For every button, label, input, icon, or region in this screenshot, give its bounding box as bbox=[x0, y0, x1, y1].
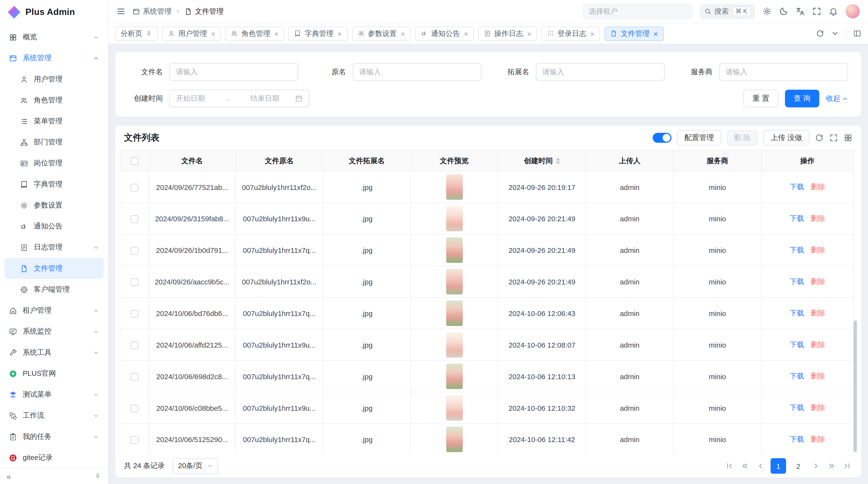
delete-link[interactable]: 删除 bbox=[811, 246, 825, 254]
sidebar-item-dept-management[interactable]: 部门管理 bbox=[4, 132, 103, 153]
delete-link[interactable]: 删除 bbox=[811, 309, 825, 317]
file-preview-image[interactable] bbox=[446, 363, 462, 389]
sidebar-item-test-menu[interactable]: 测试菜单 bbox=[4, 384, 103, 405]
breadcrumb-item-file[interactable]: 文件管理 bbox=[184, 6, 224, 16]
sidebar-item-gitee-log[interactable]: gitee记录 bbox=[4, 447, 103, 467]
sidebar-pin-icon[interactable] bbox=[94, 473, 101, 480]
extension-input[interactable]: 请输入 bbox=[536, 63, 665, 81]
download-link[interactable]: 下载 bbox=[789, 372, 804, 380]
tab-close-icon[interactable]: × bbox=[211, 30, 216, 37]
tab-login-log[interactable]: 登录日志× bbox=[541, 26, 600, 41]
settings-gear-icon[interactable] bbox=[762, 7, 772, 16]
row-checkbox[interactable] bbox=[130, 215, 138, 223]
expand-icon[interactable] bbox=[829, 133, 838, 142]
file-preview-image[interactable] bbox=[446, 427, 462, 452]
tab-close-icon[interactable]: × bbox=[464, 30, 468, 37]
sidebar-item-workflow[interactable]: 工作流 bbox=[4, 405, 103, 426]
sidebar-item-notice[interactable]: 通知公告 bbox=[4, 216, 103, 237]
vertical-scrollbar-thumb[interactable] bbox=[854, 320, 857, 452]
pin-icon[interactable] bbox=[146, 30, 152, 37]
tab-op-log[interactable]: 操作日志× bbox=[478, 26, 537, 41]
download-link[interactable]: 下载 bbox=[789, 435, 804, 443]
file-preview-image[interactable] bbox=[446, 174, 462, 200]
file-preview-image[interactable] bbox=[446, 300, 462, 326]
dark-mode-moon-icon[interactable] bbox=[779, 7, 788, 16]
column-settings-grid-icon[interactable] bbox=[844, 133, 852, 142]
delete-link[interactable]: 删除 bbox=[811, 183, 825, 191]
next-page-icon[interactable] bbox=[810, 460, 822, 472]
last-page-icon[interactable] bbox=[841, 460, 852, 472]
delete-link[interactable]: 删除 bbox=[811, 435, 825, 443]
tenant-select-input[interactable]: 选择租户 bbox=[583, 4, 692, 19]
config-management-button[interactable]: 配置管理 bbox=[677, 130, 721, 146]
row-checkbox[interactable] bbox=[130, 373, 138, 381]
row-checkbox[interactable] bbox=[130, 278, 138, 286]
delete-link[interactable]: 删除 bbox=[811, 340, 825, 349]
upload-button[interactable]: 上传 没做 bbox=[763, 130, 809, 146]
download-link[interactable]: 下载 bbox=[789, 246, 804, 254]
download-link[interactable]: 下载 bbox=[789, 214, 804, 223]
file-preview-image[interactable] bbox=[446, 332, 462, 358]
sidebar-item-param-settings[interactable]: 参数设置 bbox=[4, 195, 103, 216]
sidebar-item-overview[interactable]: 概览 bbox=[4, 27, 103, 47]
collapse-filters-link[interactable]: 收起 bbox=[826, 94, 848, 103]
date-range-input[interactable]: 开始日期 → 结束日期 bbox=[169, 90, 310, 107]
tab-close-icon[interactable]: × bbox=[653, 30, 658, 37]
first-page-icon[interactable] bbox=[724, 460, 735, 472]
sidebar-item-user-management[interactable]: 用户管理 bbox=[4, 69, 103, 90]
menu-toggle-icon[interactable] bbox=[116, 7, 126, 16]
row-checkbox[interactable] bbox=[130, 184, 138, 191]
tab-close-icon[interactable]: × bbox=[590, 30, 595, 37]
prev-pages-icon[interactable] bbox=[740, 460, 751, 472]
tab-analysis[interactable]: 分析页 bbox=[115, 26, 158, 41]
prev-page-icon[interactable] bbox=[755, 460, 766, 472]
page-button-1[interactable]: 1 bbox=[771, 458, 786, 474]
notification-bell-icon[interactable] bbox=[829, 7, 838, 16]
sidebar-item-system-management[interactable]: 系统管理 bbox=[4, 47, 103, 68]
translate-icon[interactable] bbox=[796, 7, 805, 16]
tab-close-icon[interactable]: × bbox=[401, 30, 405, 37]
file-preview-image[interactable] bbox=[446, 269, 462, 295]
user-avatar[interactable] bbox=[845, 4, 860, 19]
refresh-icon[interactable] bbox=[815, 133, 824, 142]
tab-dict-mgmt[interactable]: 字典管理× bbox=[289, 26, 347, 41]
reset-button[interactable]: 重 置 bbox=[744, 90, 778, 107]
download-link[interactable]: 下载 bbox=[789, 183, 804, 191]
row-checkbox[interactable] bbox=[130, 341, 138, 349]
sidebar-item-tenant-management[interactable]: 租户管理 bbox=[4, 300, 103, 321]
delete-link[interactable]: 删除 bbox=[811, 214, 825, 223]
download-link[interactable]: 下载 bbox=[789, 340, 804, 349]
row-checkbox[interactable] bbox=[130, 247, 138, 254]
delete-link[interactable]: 删除 bbox=[811, 277, 825, 285]
row-checkbox[interactable] bbox=[130, 436, 138, 444]
row-checkbox[interactable] bbox=[130, 310, 138, 317]
next-pages-icon[interactable] bbox=[826, 460, 837, 472]
file-preview-image[interactable] bbox=[446, 395, 462, 421]
file-name-input[interactable]: 请输入 bbox=[169, 63, 299, 81]
sidebar-item-system-tools[interactable]: 系统工具 bbox=[4, 342, 103, 363]
sidebar-item-file-management[interactable]: 文件管理 bbox=[4, 258, 103, 279]
tab-param-set[interactable]: 参数设置× bbox=[352, 26, 411, 41]
sidebar-item-menu-management[interactable]: 菜单管理 bbox=[4, 110, 103, 132]
sidebar-item-dict-management[interactable]: 字典管理 bbox=[4, 174, 103, 195]
download-link[interactable]: 下载 bbox=[789, 277, 804, 285]
layout-panel-icon[interactable] bbox=[853, 29, 861, 38]
sort-icon[interactable] bbox=[556, 158, 560, 164]
page-button-2[interactable]: 2 bbox=[790, 458, 806, 474]
sidebar-item-plus-site[interactable]: PLUS官网 bbox=[4, 363, 103, 384]
tab-role-mgmt[interactable]: 角色管理× bbox=[225, 26, 284, 41]
file-preview-image[interactable] bbox=[446, 237, 462, 263]
app-logo[interactable]: Plus Admin bbox=[0, 0, 108, 24]
query-button[interactable]: 查 询 bbox=[785, 90, 819, 107]
file-preview-image[interactable] bbox=[446, 206, 462, 231]
global-search-button[interactable]: 搜索 ⌘ K bbox=[700, 4, 755, 19]
chevron-down-icon[interactable] bbox=[831, 29, 839, 38]
page-size-select[interactable]: 20条/页 bbox=[173, 458, 218, 474]
provider-input[interactable]: 请输入 bbox=[719, 63, 848, 81]
download-link[interactable]: 下载 bbox=[789, 309, 804, 317]
tab-close-icon[interactable]: × bbox=[274, 30, 279, 37]
sidebar-item-log-management[interactable]: 日志管理 bbox=[4, 237, 103, 258]
sidebar-item-role-management[interactable]: 角色管理 bbox=[4, 90, 103, 110]
sidebar-item-system-monitor[interactable]: 系统监控 bbox=[4, 321, 103, 342]
tab-close-icon[interactable]: × bbox=[527, 30, 532, 37]
